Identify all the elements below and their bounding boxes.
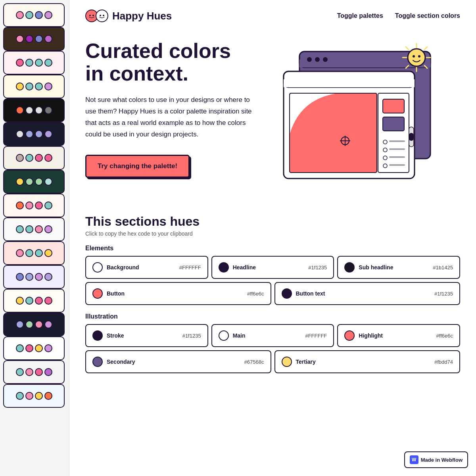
chip-label-headline: Headline [233,264,305,271]
palette-card-14[interactable] [3,313,65,336]
palette-dot [16,59,24,67]
svg-rect-29 [389,164,405,166]
chip-hex-stroke: #1f1235 [182,333,201,339]
palette-dot [35,130,43,138]
palette-dot [25,225,33,233]
illustration-color-grid-row2: Secondary #67568c Tertiary #fbdd74 [85,350,460,373]
palette-card-16[interactable] [3,360,65,384]
color-chip-button[interactable]: Button #ff6e6c [85,282,271,305]
palette-dot [25,106,33,114]
color-chip-subheadline[interactable]: Sub headline #1b1425 [337,256,460,279]
palette-card-3[interactable] [3,51,65,75]
palette-dot [35,106,43,114]
palette-dot [25,273,33,281]
palette-dot [44,249,52,257]
palette-dot [35,178,43,186]
toggle-palettes-link[interactable]: Toggle palettes [337,12,383,19]
color-chip-secondary[interactable]: Secondary #67568c [85,350,271,373]
svg-point-9 [323,57,328,62]
palette-dot [16,225,24,233]
chip-label-stroke: Stroke [107,332,178,339]
palette-dot [16,83,24,90]
toggle-section-colors-link[interactable]: Toggle section colors [395,12,460,19]
svg-point-38 [408,49,425,66]
palette-dot [16,344,24,352]
palette-card-5[interactable] [3,98,65,122]
palette-dot [35,368,43,376]
color-chip-stroke[interactable]: Stroke #1f1235 [85,324,208,347]
illustration-label: Illustration [85,313,460,320]
color-dot-headline [219,262,229,273]
color-chip-button-text[interactable]: Button text #1f1235 [274,282,461,305]
svg-point-7 [307,57,312,62]
palette-dot [25,392,33,400]
color-chip-headline[interactable]: Headline #1f1235 [211,256,334,279]
palette-dot [44,368,52,376]
svg-point-8 [315,57,320,62]
palette-dot [35,59,43,67]
chip-hex-button: #ff6e6c [247,291,264,297]
palette-card-8[interactable] [3,170,65,194]
palette-dot [44,321,52,328]
palette-dot [35,35,43,43]
palette-dot [35,154,43,162]
palette-dot [44,178,52,186]
svg-rect-25 [389,148,405,150]
palette-card-11[interactable] [3,241,65,265]
chip-hex-tertiary: #fbdd74 [434,359,453,365]
chip-label-secondary: Secondary [107,359,240,365]
chip-label-button: Button [107,290,243,297]
svg-rect-21 [383,117,404,131]
palette-dot [44,59,52,67]
palette-dot [16,202,24,209]
palette-dot [44,392,52,400]
palette-dot [16,154,24,162]
palette-card-4[interactable] [3,75,65,98]
palette-dot [25,368,33,376]
chip-label-highlight: Highlight [359,332,432,339]
palette-card-6[interactable] [3,122,65,146]
palette-dot [16,297,24,305]
palette-dot [16,11,24,19]
palette-dot [16,249,24,257]
chip-hex-highlight: #ff6e6c [436,333,453,339]
color-chip-background[interactable]: Background #FFFFFF [85,256,208,279]
palette-dot [35,11,43,19]
palette-dot [35,321,43,328]
palette-dot [25,35,33,43]
palette-card-10[interactable] [3,217,65,241]
palette-card-7[interactable] [3,146,65,170]
chip-hex-button-text: #1f1235 [434,291,453,297]
palette-card-17[interactable] [3,384,65,408]
color-chip-tertiary[interactable]: Tertiary #fbdd74 [274,350,461,373]
palette-card-13[interactable] [3,289,65,313]
palette-card-15[interactable] [3,336,65,360]
try-palette-button[interactable]: Try changing the palette! [85,155,190,178]
svg-point-39 [413,55,415,58]
palette-dot [35,202,43,209]
elements-label: Elements [85,245,460,252]
palette-card-2[interactable] [3,27,65,51]
color-chip-main[interactable]: Main #FFFFFF [211,324,334,347]
chip-label-main: Main [233,332,301,339]
webflow-badge[interactable]: W Made in Webflow [404,451,468,468]
color-dot-background [92,262,103,273]
palette-dot [44,202,52,209]
palette-dot [35,83,43,90]
palette-card-1[interactable] [3,3,65,27]
logo-area: Happy Hues [85,10,172,22]
header: Happy Hues Toggle palettes Toggle sectio… [85,0,460,32]
palette-dot [35,392,43,400]
palette-card-9[interactable] [3,194,65,217]
elements-color-grid-row1: Background #FFFFFF Headline #1f1235 Sub … [85,256,460,279]
hero-title: Curated colors in context. [85,40,252,85]
svg-rect-42 [409,133,414,141]
svg-rect-20 [383,99,404,113]
color-chip-highlight[interactable]: Highlight #ff6e6c [337,324,460,347]
palette-card-12[interactable] [3,265,65,289]
palette-dot [16,273,24,281]
svg-point-0 [89,15,91,16]
palette-dot [16,35,24,43]
palette-dot [44,154,52,162]
palette-dot [25,202,33,209]
